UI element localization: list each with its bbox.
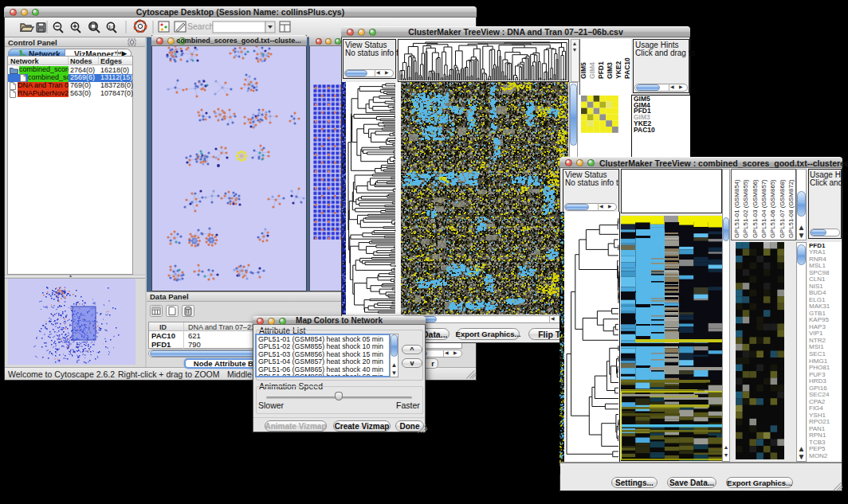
- svg-text:GIM4: GIM4: [588, 62, 596, 79]
- svg-text:GPL51-08 (GSM872): GPL51-08 (GSM872): [787, 179, 795, 238]
- svg-text:GPL51-04 (GSM857): GPL51-04 (GSM857): [760, 179, 768, 238]
- svg-text:YKE2: YKE2: [614, 61, 622, 79]
- svg-text:GPL51-07 (GSM868): GPL51-07 (GSM868): [779, 179, 786, 238]
- svg-text:GIM3: GIM3: [606, 62, 614, 79]
- svg-text:GPL51-01 (GSM854): GPL51-01 (GSM854): [733, 179, 740, 238]
- svg-text:1:1: 1:1: [108, 25, 115, 29]
- svg-text:PAC10: PAC10: [623, 57, 631, 79]
- svg-text:GPL51-02 (GSM855): GPL51-02 (GSM855): [742, 179, 749, 238]
- svg-text:GPL51-03 (GSM856): GPL51-03 (GSM856): [752, 179, 759, 238]
- svg-text:PFD1: PFD1: [597, 61, 605, 79]
- svg-text:GIM5: GIM5: [579, 62, 587, 79]
- svg-text:GPL51-06 (GSM865): GPL51-06 (GSM865): [769, 179, 776, 238]
- svg-text:Search:: Search:: [187, 21, 216, 31]
